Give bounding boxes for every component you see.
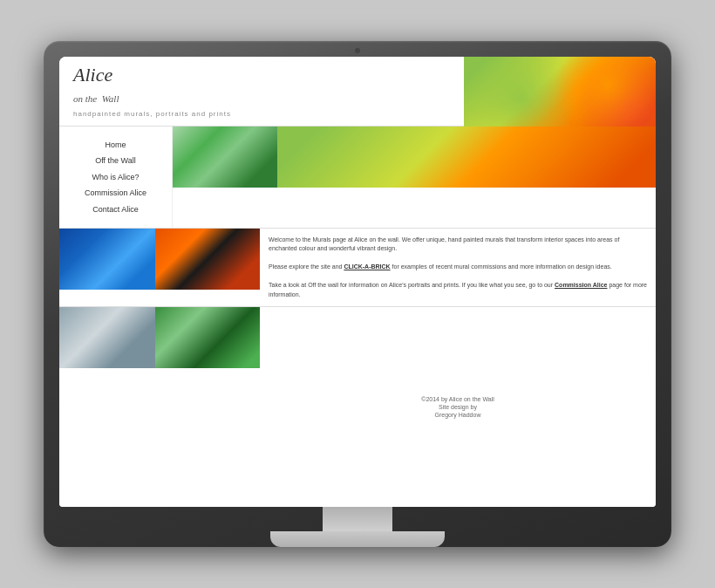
logo-title: Alice on the Wall xyxy=(73,65,450,106)
winnie-image xyxy=(277,126,656,188)
screen-bezel: Alice on the Wall handpainted murals, po… xyxy=(59,57,656,507)
footer-site-design: Site design by xyxy=(439,404,477,410)
nav-commission[interactable]: Commission Alice xyxy=(85,185,146,201)
header-image xyxy=(464,57,656,126)
main-text-area: Welcome to the Murals page at Alice on t… xyxy=(260,229,656,307)
logo-on-the: on the xyxy=(73,93,97,104)
header-image-overlay xyxy=(464,57,656,126)
website: Alice on the Wall handpainted murals, po… xyxy=(59,57,656,507)
logo-tagline: handpainted murals, portraits and prints xyxy=(73,110,450,118)
monitor: Alice on the Wall handpainted murals, po… xyxy=(44,41,671,547)
stand-neck xyxy=(323,507,392,531)
footer-images xyxy=(59,307,260,368)
screen: Alice on the Wall handpainted murals, po… xyxy=(59,57,656,507)
nav-contact[interactable]: Contact Alice xyxy=(92,202,139,217)
navigation: Home Off the Wall Who is Alice? Commissi… xyxy=(59,126,173,228)
tree-image xyxy=(173,126,277,188)
header: Alice on the Wall handpainted murals, po… xyxy=(59,57,656,126)
main-content-row: Welcome to the Murals page at Alice on t… xyxy=(59,229,656,308)
main-img-row xyxy=(59,229,260,290)
logo-alice: Alice xyxy=(73,64,112,85)
nav-content-row: Home Off the Wall Who is Alice? Commissi… xyxy=(59,126,656,229)
main-images xyxy=(59,229,260,307)
logo-area: Alice on the Wall handpainted murals, po… xyxy=(59,57,464,126)
footer-copyright: ©2014 by Alice on the Wall xyxy=(421,396,494,402)
main-intro-text: Welcome to the Murals page at Alice on t… xyxy=(269,236,619,252)
footer-text-area: ©2014 by Alice on the Wall Site design b… xyxy=(260,307,656,507)
image-row-top xyxy=(173,126,656,188)
vintage-image xyxy=(155,229,260,290)
commission-link[interactable]: Commission Alice xyxy=(555,282,607,288)
forest-image xyxy=(155,307,260,368)
click-a-brick[interactable]: CLICK-A-BRICK xyxy=(344,263,390,270)
nav-off-wall[interactable]: Off the Wall xyxy=(95,153,136,168)
top-images xyxy=(173,126,656,228)
statue-image xyxy=(59,307,155,368)
rocket-image xyxy=(59,229,155,290)
main-cta-text: Take a look at Off the wall for informat… xyxy=(269,282,647,297)
logo-wall: Wall xyxy=(102,93,119,104)
footer-row: ©2014 by Alice on the Wall Site design b… xyxy=(59,307,656,507)
footer-designer: Gregory Haddow xyxy=(435,412,481,418)
main-explore-text: Please explore the site and CLICK-A-BRIC… xyxy=(269,263,612,270)
nav-home[interactable]: Home xyxy=(105,137,126,153)
stand-base xyxy=(270,531,445,547)
camera-dot xyxy=(355,48,360,53)
nav-who-alice[interactable]: Who is Alice? xyxy=(92,169,139,185)
